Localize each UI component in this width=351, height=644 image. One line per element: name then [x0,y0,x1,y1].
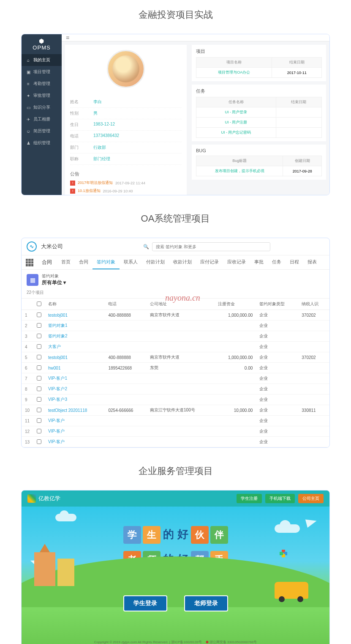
student-login-button[interactable]: 学生登录 [123,595,167,611]
cell-name-link[interactable]: VIP-客户1 [48,376,67,381]
profile-value: 部门经理 [93,156,110,162]
notice-item[interactable]: !2017年明法放假通知2017-09-22 11:44 [70,179,182,187]
row-checkbox[interactable] [37,439,41,444]
col-header[interactable]: 注册资金 [215,299,256,310]
table-row: 7VIP-客户1企业 [22,373,329,384]
col-header[interactable]: 电话 [105,299,147,310]
cell-date [276,107,321,118]
sidebar-item-6[interactable]: ☺简历管理 [22,125,62,137]
crm-tab-5[interactable]: 收款计划 [169,255,196,269]
edu-brand-icon [27,494,36,503]
crm-search-input[interactable] [152,242,270,251]
table-row[interactable]: UI - 用户登录 [196,107,322,118]
cell-name-link[interactable]: VIP-客户 [48,429,65,433]
crm-tab-9[interactable]: 任务 [268,255,286,269]
table-row[interactable]: 项目管理与OA办公2017-10-11 [196,68,322,78]
cell-name-link[interactable]: testObject 20201118 [48,408,87,413]
cell-name-link[interactable]: VIP-客户2 [48,386,67,391]
crm-tab-11[interactable]: 报表 [303,255,321,269]
table-row[interactable]: 发布项目创建，提示手机必填2017-09-28 [196,166,322,176]
cell-name-link[interactable]: testobj001 [48,313,68,318]
police-badge-icon: ⬣ [206,640,209,644]
cell-name-link[interactable]: 签约对象1 [48,323,68,328]
crm-view-selector[interactable]: 所有单位 ▾ [42,279,66,286]
cell-type: 企业 [256,331,298,342]
row-checkbox[interactable] [37,334,41,338]
crm-tab-1[interactable]: 合同 [75,255,93,269]
crm-company-name: 大米公司 [41,243,63,250]
crm-tab-4[interactable]: 付款计划 [142,255,169,269]
edu-top-button-2[interactable]: 公司主页 [298,494,324,503]
crm-tab-0[interactable]: 首页 [57,255,75,269]
cell-tax: 370202 [298,310,329,321]
select-all-checkbox[interactable] [37,301,41,306]
crm-tab-2[interactable]: 签约对象 [93,255,120,269]
cell-type: 企业 [256,363,298,373]
cell-tax [298,342,329,352]
cell-type: 企业 [256,416,298,426]
col-header[interactable]: 纳税人识 [298,299,329,310]
menu-label: 员工相册 [33,116,50,122]
apps-grid-icon[interactable] [26,259,33,266]
row-checkbox[interactable] [37,355,41,359]
cell-capital: 10,000.00 [215,405,256,416]
row-checkbox[interactable] [37,323,41,328]
row-checkbox[interactable] [37,312,41,317]
row-checkbox[interactable] [37,376,41,381]
col-header[interactable]: 名称 [45,299,105,310]
table-row[interactable]: UI - 用户注册 [196,118,322,128]
teacher-login-button[interactable]: 老师登录 [184,595,228,611]
cell-name-link[interactable]: hw001 [48,366,60,370]
crm-tab-3[interactable]: 联系人 [120,255,142,269]
sidebar-item-4[interactable]: ▭知识分享 [22,101,62,113]
sidebar-item-0[interactable]: ⌂我的主页 [22,54,62,66]
sidebar-item-2[interactable]: ≡考勤管理 [22,78,62,90]
cell-tax [298,437,329,447]
row-checkbox[interactable] [37,418,41,423]
sidebar-item-3[interactable]: ✦审批管理 [22,90,62,101]
cell-index: 5 [22,352,33,363]
row-checkbox[interactable] [37,408,41,412]
cell-name-link[interactable]: VIP-客户3 [48,397,67,402]
section-title-enterprise: 企业服务管理项目 [0,456,351,490]
col-header[interactable]: 公司地址 [147,299,215,310]
cell-name: 项目管理与OA办公 [196,68,272,78]
row-checkbox[interactable] [37,429,41,433]
table-row: 2签约对象1企业 [22,321,329,331]
profile-panel: 姓名李白性别男生日1983-12-12电话13734386432部门行政部职称部… [65,45,187,195]
table-row[interactable]: UI - 用户忘记密码 [196,128,322,138]
row-checkbox[interactable] [37,386,41,391]
table-row: 4大客户企业 [22,342,329,352]
edu-top-button-0[interactable]: 学生注册 [237,494,262,503]
section-title-oa: OA系统管理项目 [0,204,351,238]
sidebar-item-7[interactable]: ♟组织管理 [22,137,62,149]
cell-name-link[interactable]: testobj001 [48,355,68,360]
col-header[interactable]: 签约对象类型 [256,299,298,310]
cell-name: UI - 用户忘记密码 [196,128,276,138]
crm-tab-6[interactable]: 应付记录 [196,255,223,269]
sidebar-item-5[interactable]: ✈员工相册 [22,113,62,125]
hamburger-icon[interactable]: ≡ [66,34,69,41]
row-checkbox[interactable] [37,397,41,402]
edu-top-button-1[interactable]: 手机端下载 [265,494,295,503]
panel-title: BUG [196,148,322,153]
table-row: 8VIP-客户2企业 [22,384,329,395]
crm-count: 22个项目 [22,290,329,298]
sidebar-item-1[interactable]: ▣项目管理 [22,66,62,78]
row-checkbox[interactable] [37,344,41,349]
cell-name-link[interactable]: 签约对象2 [48,334,68,338]
crm-tab-10[interactable]: 日程 [286,255,303,269]
notice-item[interactable]: !10.1放假通知2016-09-29 10:40 [70,187,182,195]
crm-tab-8[interactable]: 事批 [250,255,268,269]
footer-copyright: Copyright © 2019 zjyjyx.com All Rights R… [94,640,169,644]
cell-tax [298,363,329,373]
cell-name-link[interactable]: 大客户 [48,344,61,349]
cell-name-link[interactable]: VIP-客户 [48,418,65,423]
cell-date: 2017-10-11 [272,68,322,78]
cell-name-link[interactable]: VIP-客户 [48,439,65,444]
cell-capital [215,331,256,342]
cell-addr [147,437,215,447]
row-checkbox[interactable] [37,365,41,370]
cell-name: 发布项目创建，提示手机必填 [196,166,283,176]
crm-tab-7[interactable]: 应收记录 [223,255,250,269]
